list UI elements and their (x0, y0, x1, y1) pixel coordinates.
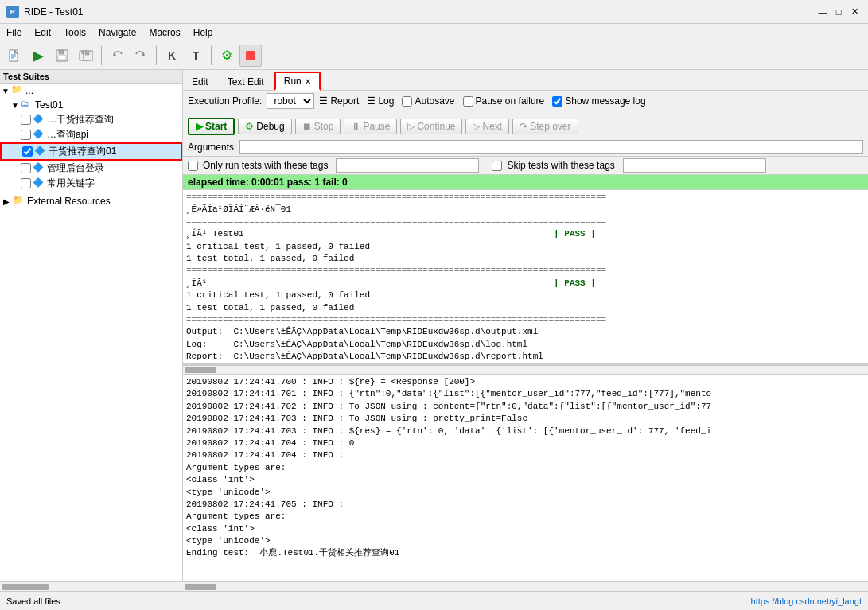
tree-item-ganghuo01[interactable]: 🔷 干货推荐查询01 (0, 142, 182, 161)
only-run-tags-input[interactable] (336, 158, 479, 173)
tree-item-test01[interactable]: ▼ 🗂 Test01 (0, 98, 182, 112)
args-input[interactable] (239, 140, 863, 154)
pause-label: Pause (363, 121, 390, 132)
maximize-button[interactable]: □ (831, 5, 846, 19)
only-run-tags-label: Only run tests with these tags (203, 160, 328, 171)
detail-log-line: 20190802 17:24:41.703 : INFO : ${res} = … (186, 425, 865, 437)
output-hscroll[interactable] (183, 365, 868, 375)
checkbox-ganghuo1[interactable] (21, 115, 31, 125)
checkbox-keywords[interactable] (21, 178, 31, 188)
title-bar-left: R RIDE - Test01 (6, 6, 83, 18)
tree-item-api[interactable]: 🔷 …查询api (0, 127, 182, 142)
checkbox-ganghuo01[interactable] (22, 146, 33, 157)
svg-rect-6 (59, 50, 64, 54)
stop-button[interactable]: ⏹ Stop (295, 119, 341, 134)
toolbar-save-all-button[interactable] (75, 45, 97, 67)
suite-icon-test01: 🗂 (21, 99, 33, 111)
close-button[interactable]: ✕ (847, 5, 862, 19)
checkbox-admin[interactable] (21, 163, 31, 173)
toolbar-separator-3 (211, 46, 212, 65)
svg-rect-12 (85, 52, 89, 55)
tree-arrow-test01: ▼ (11, 101, 21, 110)
tree-label-ganghuo1: …干货推荐查询 (47, 113, 114, 126)
autosave-option[interactable]: Autosave (402, 95, 454, 107)
menu-edit[interactable]: Edit (28, 25, 57, 40)
continue-button[interactable]: ▷ Continue (400, 119, 462, 134)
stop-label: Stop (314, 121, 334, 132)
output-log-line: ¸ÍÃ¹ Test01 | PASS | (186, 228, 865, 240)
tree-label-root: ... (25, 85, 33, 96)
status-text: elapsed time: 0:00:01 pass: 1 fail: 0 (188, 177, 348, 188)
toolbar-run-button[interactable]: ⚙ (216, 45, 238, 67)
toolbar-open-button[interactable]: ▶ (27, 45, 49, 67)
folder-icon-root: 📁 (11, 84, 24, 97)
tab-edit[interactable]: Edit (183, 73, 217, 90)
checkbox-api[interactable] (21, 130, 31, 140)
toolbar-undo-button[interactable] (106, 45, 128, 67)
show-log-option[interactable]: Show message log (552, 95, 645, 107)
pause-button[interactable]: ⏸ Pause (344, 119, 397, 134)
menu-tools[interactable]: Tools (57, 25, 92, 40)
detail-log-line: <class 'int'> (186, 523, 865, 535)
title-bar: R RIDE - Test01 — □ ✕ (0, 0, 868, 24)
tree-item-root[interactable]: ▼ 📁 ... (0, 84, 182, 98)
toolbar-k-button[interactable]: K (161, 45, 183, 67)
tree-label-test01: Test01 (35, 99, 63, 111)
sidebar-hscroll[interactable] (0, 581, 183, 591)
tab-run-close-icon[interactable]: ✕ (305, 77, 311, 86)
toolbar-stop-button[interactable] (239, 45, 262, 67)
detail-log-line: <class 'int'> (186, 474, 865, 486)
report-option[interactable]: ☰ Report (319, 95, 359, 107)
pause-failure-option[interactable]: Pause on failure (463, 95, 545, 107)
output-hscroll-thumb[interactable] (185, 367, 216, 373)
output-log[interactable]: ========================================… (183, 190, 868, 365)
folder-icon-external: 📁 (13, 195, 25, 208)
output-log-line: Log: C:\Users\±ÊÄÇ\AppData\Local\Temp\RI… (186, 339, 865, 351)
menu-help[interactable]: Help (187, 25, 220, 40)
tree-item-admin[interactable]: 🔷 管理后台登录 (0, 161, 182, 176)
only-run-tags-checkbox[interactable] (188, 161, 198, 171)
autosave-checkbox[interactable] (402, 96, 412, 107)
debug-button[interactable]: ⚙ Debug (238, 119, 291, 134)
minimize-button[interactable]: — (815, 5, 830, 19)
toolbar-new-button[interactable] (3, 45, 25, 67)
tab-run[interactable]: Run ✕ (274, 72, 321, 91)
title-text: RIDE - Test01 (24, 6, 83, 17)
toolbar-t-button[interactable]: T (185, 45, 207, 67)
show-log-checkbox[interactable] (552, 96, 562, 107)
detail-log-line: 20190802 17:24:41.702 : INFO : To JSON u… (186, 401, 865, 413)
tree-item-external[interactable]: ▶ 📁 External Resources (0, 194, 182, 208)
log-option[interactable]: ☰ Log (367, 95, 394, 107)
tab-text-edit[interactable]: Text Edit (219, 73, 273, 90)
detail-log-line: <type 'unicode'> (186, 487, 865, 499)
skip-tags-input[interactable] (623, 158, 766, 173)
menu-navigate[interactable]: Navigate (92, 25, 142, 40)
step-over-icon: ↷ (520, 121, 527, 132)
step-over-button[interactable]: ↷ Step over (512, 119, 578, 134)
pause-failure-checkbox[interactable] (463, 96, 473, 107)
detail-log[interactable]: 20190802 17:24:41.700 : INFO : ${re} = <… (183, 375, 868, 581)
start-button[interactable]: ▶ Start (188, 118, 235, 135)
toolbar-separator-2 (156, 46, 157, 65)
debug-label: Debug (256, 121, 284, 132)
pause-icon: ⏸ (351, 121, 360, 132)
next-button[interactable]: ▷ Next (465, 119, 509, 134)
skip-tags-label: Skip tests with these tags (507, 160, 614, 171)
tree-label-admin: 管理后台登录 (47, 161, 104, 175)
sidebar-hscroll-thumb[interactable] (2, 584, 49, 590)
output-log-line: 1 test total, 1 passed, 0 failed (186, 253, 865, 265)
status-bar: Saved all files https://blog.csdn.net/yi… (0, 591, 868, 610)
exec-profile-select[interactable]: robot pybot jybot (267, 93, 314, 109)
toolbar-save-button[interactable] (51, 45, 73, 67)
menu-macros[interactable]: Macros (142, 25, 186, 40)
detail-hscroll[interactable] (183, 581, 868, 591)
tree-item-ganghuo1[interactable]: 🔷 …干货推荐查询 (0, 112, 182, 127)
toolbar-redo-button[interactable] (130, 45, 152, 67)
menu-file[interactable]: File (0, 25, 28, 40)
detail-hscroll-thumb[interactable] (185, 584, 216, 590)
detail-log-line: 20190802 17:24:41.705 : INFO : (186, 499, 865, 511)
tree-item-keywords[interactable]: 🔷 常用关键字 (0, 176, 182, 191)
status-left: Saved all files (6, 596, 60, 606)
skip-tags-checkbox[interactable] (492, 161, 502, 171)
continue-icon: ▷ (407, 121, 415, 132)
